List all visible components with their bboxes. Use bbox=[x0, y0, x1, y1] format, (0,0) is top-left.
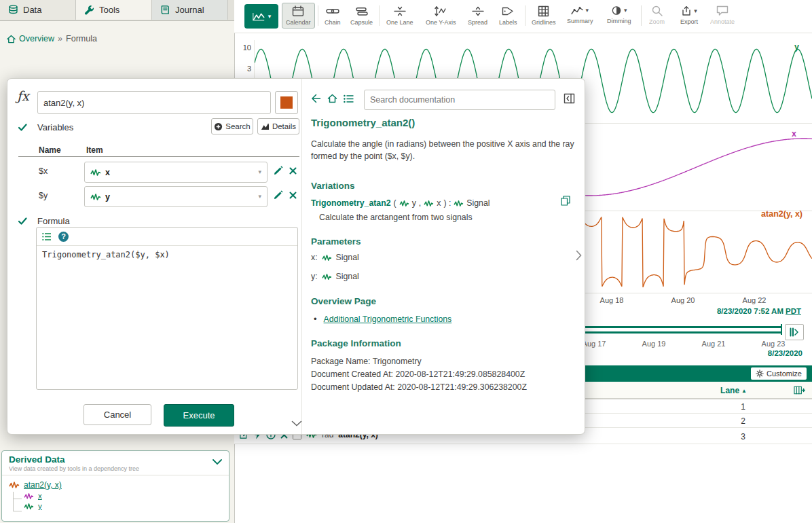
function-list-icon[interactable] bbox=[42, 232, 52, 241]
variables-details-button[interactable]: Details bbox=[257, 118, 299, 134]
toolbar-separator bbox=[318, 5, 318, 26]
toolbar-calendar-button[interactable]: Calendar bbox=[282, 3, 315, 29]
toolbar-one-lane-button[interactable]: One Lane bbox=[382, 3, 418, 29]
derived-data-header[interactable]: Derived Data View data created by tools … bbox=[2, 451, 229, 475]
tree-child-row: x bbox=[24, 492, 222, 500]
overview-link-row: • Additional Trigonometric Functions bbox=[314, 314, 451, 324]
search-plus-icon bbox=[214, 122, 223, 131]
back-icon[interactable] bbox=[311, 94, 321, 103]
color-picker-button[interactable] bbox=[275, 91, 298, 114]
tab-data[interactable]: Data bbox=[0, 0, 76, 20]
toolbar-zoom-button[interactable]: Zoom bbox=[645, 3, 669, 28]
editor-toolbar: ? bbox=[37, 228, 297, 246]
formula-documentation-pane: Trigonometry_atan2() Calculate the angle… bbox=[301, 79, 585, 434]
signal-icon bbox=[322, 273, 332, 281]
x-axis-tick: Aug 22 bbox=[735, 296, 773, 304]
tree-child-link[interactable]: x bbox=[38, 492, 42, 500]
range-step-control[interactable] bbox=[785, 324, 804, 340]
edit-pencil-icon[interactable] bbox=[274, 190, 283, 200]
expand-pane-icon[interactable] bbox=[564, 93, 575, 104]
collapse-panel-chevron-icon[interactable] bbox=[291, 420, 302, 427]
toolbar-one-y-axis-button[interactable]: One Y-Axis bbox=[422, 3, 460, 29]
signal-icon bbox=[399, 200, 409, 207]
home-icon[interactable] bbox=[7, 35, 16, 43]
toolbar-export-button[interactable]: ▾ Export bbox=[676, 3, 702, 28]
tag-icon bbox=[502, 5, 514, 17]
signal-icon bbox=[454, 200, 464, 207]
wrench-icon bbox=[84, 5, 94, 15]
fx-icon: ƒx bbox=[17, 88, 29, 103]
help-icon[interactable]: ? bbox=[58, 232, 69, 242]
toolbar-gridlines-button[interactable]: Gridlines bbox=[528, 3, 560, 29]
variables-search-button[interactable]: Search bbox=[211, 118, 253, 134]
formula-section-title: Formula bbox=[37, 216, 70, 226]
tree-root-link[interactable]: atan2(y, x) bbox=[24, 480, 62, 490]
timezone-link[interactable]: PDT bbox=[786, 307, 801, 315]
toolbar-labels-button[interactable]: Labels bbox=[495, 3, 521, 29]
toolbar-chain-button[interactable]: Chain bbox=[320, 3, 345, 29]
range-end-handle[interactable] bbox=[781, 324, 782, 335]
signal-icon bbox=[322, 254, 332, 262]
tab-journal[interactable]: Journal bbox=[152, 0, 228, 20]
lane-label-atan2: atan2(y, x) bbox=[761, 209, 802, 219]
range-tick: Aug 23 bbox=[757, 340, 790, 348]
toolbar-capsule-button[interactable]: Capsule bbox=[346, 3, 377, 29]
toolbar-annotate-button[interactable]: Annotate bbox=[706, 3, 739, 28]
capsule-icon bbox=[356, 5, 368, 17]
display-mode-dropdown[interactable]: ▾ bbox=[244, 4, 278, 29]
tree-connector bbox=[13, 492, 22, 511]
caret-down-icon: ▾ bbox=[694, 8, 697, 14]
toolbar-dimming-button[interactable]: ▾ Dimming bbox=[603, 3, 635, 27]
toolbar-separator bbox=[379, 5, 380, 26]
variable-item-dropdown[interactable]: x ▾ bbox=[84, 162, 267, 183]
trend-icon bbox=[252, 12, 265, 22]
formula-name-input[interactable] bbox=[37, 91, 271, 114]
tree-child-row: y bbox=[24, 502, 222, 510]
formula-editor[interactable]: ? Trigonometry_atan2($y, $x) bbox=[36, 227, 298, 390]
tree-child-link[interactable]: y bbox=[38, 502, 42, 510]
copy-icon[interactable] bbox=[561, 196, 570, 206]
lane-column-header[interactable]: Lane ▲ bbox=[720, 386, 747, 395]
toolbar-separator bbox=[525, 5, 525, 26]
add-column-icon[interactable] bbox=[794, 385, 805, 395]
caret-down-icon: ▾ bbox=[624, 7, 627, 14]
trig-functions-link[interactable]: Additional Trigonometric Functions bbox=[324, 314, 452, 324]
area-chart-icon bbox=[261, 122, 270, 130]
package-created: Document Created At: 2020-08-12T21:49:29… bbox=[311, 369, 525, 381]
cancel-button[interactable]: Cancel bbox=[84, 404, 151, 425]
variation-description: Calculate the arctangent from two signal… bbox=[319, 212, 577, 224]
variable-name: $y bbox=[39, 191, 48, 200]
execute-button[interactable]: Execute bbox=[164, 404, 234, 427]
customize-button[interactable]: Customize bbox=[751, 367, 807, 380]
collapse-chevron-icon[interactable] bbox=[213, 459, 222, 465]
toolbar-spread-button[interactable]: Spread bbox=[464, 3, 492, 29]
docs-search-input[interactable] bbox=[364, 90, 555, 110]
derived-data-subtitle: View data created by tools in a dependen… bbox=[9, 465, 222, 472]
range-end-date: 8/23/2020 bbox=[768, 349, 802, 357]
column-header-name: Name bbox=[39, 145, 61, 155]
remove-variable-icon[interactable] bbox=[289, 167, 297, 175]
signal-icon bbox=[24, 492, 34, 500]
signal-icon bbox=[424, 200, 434, 207]
color-swatch bbox=[280, 96, 293, 109]
y-axis-tick: 10 bbox=[239, 43, 251, 52]
parameters-heading: Parameters bbox=[311, 236, 361, 247]
tab-tools[interactable]: Tools bbox=[76, 0, 152, 20]
breadcrumb-overview-link[interactable]: Overview bbox=[19, 34, 54, 43]
edit-pencil-icon[interactable] bbox=[274, 166, 283, 175]
remove-variable-icon[interactable] bbox=[289, 192, 297, 199]
signal-icon bbox=[24, 503, 34, 510]
range-tick: Aug 19 bbox=[638, 340, 670, 348]
export-icon bbox=[681, 5, 692, 16]
summary-icon bbox=[571, 5, 583, 16]
index-list-icon[interactable] bbox=[344, 94, 354, 103]
formula-code[interactable]: Trigonometry_atan2($y, $x) bbox=[37, 246, 297, 264]
home-icon[interactable] bbox=[327, 94, 337, 103]
variable-item-dropdown[interactable]: y ▾ bbox=[84, 186, 267, 207]
sort-asc-icon: ▲ bbox=[741, 388, 747, 394]
derived-data-title: Derived Data bbox=[9, 454, 222, 465]
toolbar-summary-button[interactable]: ▾ Summary bbox=[563, 3, 597, 27]
tab-journal-label: Journal bbox=[175, 5, 204, 15]
variations-heading: Variations bbox=[311, 181, 355, 191]
chevron-right-icon[interactable] bbox=[576, 250, 582, 261]
